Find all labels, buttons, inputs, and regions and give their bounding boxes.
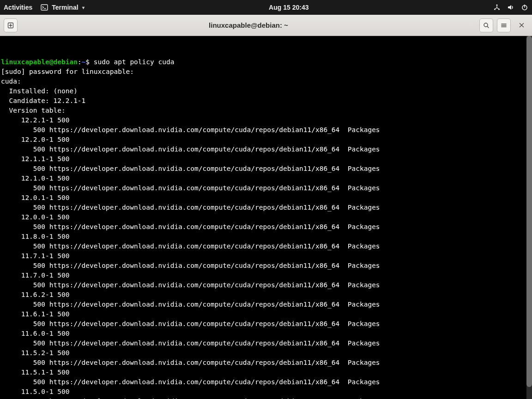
close-button[interactable] (514, 18, 528, 32)
terminal-line: 500 https://developer.download.nvidia.co… (1, 164, 531, 174)
command-text: sudo apt policy cuda (90, 58, 174, 66)
terminal-line: 11.7.0-1 500 (1, 271, 531, 280)
terminal-line: 12.0.0-1 500 (1, 212, 531, 222)
prompt-sep: : (78, 58, 82, 66)
svg-point-2 (496, 4, 497, 6)
terminal-line: 12.1.1-1 500 (1, 154, 531, 164)
window-titlebar: linuxcapable@debian: ~ (0, 15, 532, 36)
terminal-line: cuda: (1, 77, 531, 86)
terminal-line: 500 https://developer.download.nvidia.co… (1, 261, 531, 271)
prompt-userhost: linuxcapable@debian (1, 58, 78, 66)
terminal-line: 11.6.2-1 500 (1, 290, 531, 300)
terminal-line: 11.5.1-1 500 (1, 368, 531, 377)
terminal-line: 12.2.0-1 500 (1, 135, 531, 145)
prompt-dollar: $ (85, 58, 90, 66)
terminal-line: 500 https://developer.download.nvidia.co… (1, 242, 531, 251)
search-button[interactable] (479, 18, 493, 32)
terminal-line: Version table: (1, 106, 531, 115)
active-app-indicator[interactable]: Terminal ▾ (41, 4, 84, 11)
terminal-line: 11.7.1-1 500 (1, 251, 531, 261)
terminal-icon (41, 4, 48, 11)
power-icon (521, 4, 528, 11)
scrollbar-thumb[interactable] (526, 36, 532, 387)
terminal-line: 500 https://developer.download.nvidia.co… (1, 339, 531, 348)
terminal-line: Candidate: 12.2.1-1 (1, 96, 531, 106)
scrollbar-track[interactable] (526, 36, 532, 399)
menu-button[interactable] (497, 18, 511, 32)
terminal-line: linuxcapable@debian:~$ sudo apt policy c… (1, 57, 531, 67)
terminal-line: 500 https://developer.download.nvidia.co… (1, 377, 531, 387)
gnome-topbar: Activities Terminal ▾ Aug 15 20:43 (0, 0, 532, 15)
terminal-line: 500 https://developer.download.nvidia.co… (1, 300, 531, 309)
volume-icon (507, 4, 514, 11)
terminal-line: 11.6.0-1 500 (1, 329, 531, 339)
terminal-viewport[interactable]: linuxcapable@debian:~$ sudo apt policy c… (0, 36, 532, 399)
terminal-line: 12.2.1-1 500 (1, 115, 531, 125)
new-tab-button[interactable] (4, 18, 18, 32)
terminal-line: 500 https://developer.download.nvidia.co… (1, 397, 531, 399)
terminal-line: 11.5.2-1 500 (1, 348, 531, 358)
terminal-line: [sudo] password for linuxcapable: (1, 67, 531, 77)
terminal-line: 500 https://developer.download.nvidia.co… (1, 183, 531, 193)
terminal-line: 12.0.1-1 500 (1, 193, 531, 203)
window-title: linuxcapable@debian: ~ (21, 21, 476, 29)
terminal-line: 11.8.0-1 500 (1, 232, 531, 242)
terminal-line: 11.6.1-1 500 (1, 309, 531, 319)
chevron-down-icon: ▾ (82, 5, 85, 10)
terminal-line: 11.5.0-1 500 (1, 387, 531, 397)
terminal-line: 500 https://developer.download.nvidia.co… (1, 280, 531, 290)
terminal-line: 500 https://developer.download.nvidia.co… (1, 358, 531, 368)
terminal-line: 500 https://developer.download.nvidia.co… (1, 203, 531, 212)
system-tray[interactable] (493, 4, 528, 11)
active-app-name: Terminal (52, 4, 78, 11)
terminal-line: 500 https://developer.download.nvidia.co… (1, 222, 531, 232)
clock[interactable]: Aug 15 20:43 (85, 4, 493, 11)
terminal-line: 500 https://developer.download.nvidia.co… (1, 145, 531, 154)
activities-button[interactable]: Activities (4, 4, 32, 11)
network-icon (493, 4, 501, 11)
terminal-line: 500 https://developer.download.nvidia.co… (1, 319, 531, 329)
terminal-line: Installed: (none) (1, 86, 531, 96)
svg-rect-0 (41, 5, 48, 10)
svg-line-11 (487, 26, 489, 28)
terminal-line: 12.1.0-1 500 (1, 174, 531, 183)
terminal-line: 500 https://developer.download.nvidia.co… (1, 125, 531, 135)
